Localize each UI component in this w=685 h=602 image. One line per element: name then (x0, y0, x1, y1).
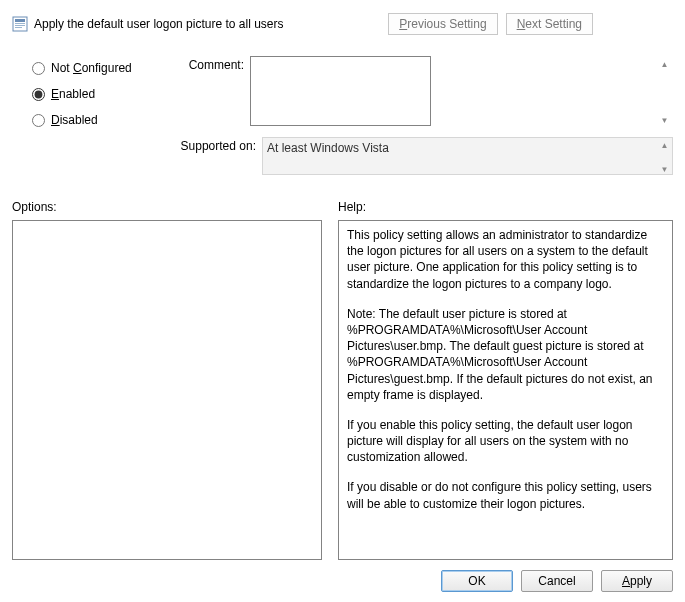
state-radio-group: Not Configured Enabled Disabled (12, 56, 172, 186)
svg-rect-3 (15, 25, 25, 26)
config-row: Not Configured Enabled Disabled Comment:… (12, 56, 673, 186)
right-column: Comment: ▲ ▼ Supported on: At least Wind… (172, 56, 673, 186)
lower-panels: Options: Help: This policy setting allow… (12, 200, 673, 560)
scroll-down-icon: ▼ (657, 113, 672, 128)
radio-enabled-label: Enabled (51, 87, 95, 101)
help-paragraph: This policy setting allows an administra… (347, 227, 664, 292)
comment-row: Comment: ▲ ▼ (172, 56, 673, 129)
radio-not-configured[interactable]: Not Configured (32, 56, 172, 80)
dialog-footer: OK Cancel Apply (441, 570, 673, 592)
help-paragraph: If you disable or do not configure this … (347, 479, 664, 511)
svg-rect-4 (15, 27, 22, 28)
help-column: Help: This policy setting allows an admi… (338, 200, 673, 560)
supported-label: Supported on: (172, 137, 262, 178)
options-label: Options: (12, 200, 322, 214)
svg-rect-1 (15, 19, 25, 22)
radio-not-configured-input[interactable] (32, 62, 45, 75)
policy-icon (12, 16, 28, 32)
apply-button[interactable]: Apply (601, 570, 673, 592)
nav-buttons: Previous Setting Next Setting (388, 13, 593, 35)
help-box[interactable]: This policy setting allows an administra… (338, 220, 673, 560)
scroll-up-icon: ▲ (657, 57, 672, 72)
policy-title: Apply the default user logon picture to … (34, 17, 388, 31)
previous-setting-button[interactable]: Previous Setting (388, 13, 497, 35)
help-paragraph: Note: The default user picture is stored… (347, 306, 664, 403)
next-setting-button[interactable]: Next Setting (506, 13, 593, 35)
help-label: Help: (338, 200, 673, 214)
supported-row: Supported on: At least Windows Vista ▲ ▼ (172, 137, 673, 178)
policy-dialog: Apply the default user logon picture to … (0, 0, 685, 602)
cancel-button[interactable]: Cancel (521, 570, 593, 592)
radio-disabled[interactable]: Disabled (32, 108, 172, 132)
comment-input[interactable] (250, 56, 431, 126)
supported-on-box: At least Windows Vista (262, 137, 673, 175)
header: Apply the default user logon picture to … (12, 10, 673, 38)
radio-disabled-label: Disabled (51, 113, 98, 127)
radio-enabled[interactable]: Enabled (32, 82, 172, 106)
radio-enabled-input[interactable] (32, 88, 45, 101)
help-paragraph: If you enable this policy setting, the d… (347, 417, 664, 466)
options-column: Options: (12, 200, 322, 560)
comment-label: Comment: (172, 56, 250, 129)
svg-rect-2 (15, 23, 25, 24)
radio-disabled-input[interactable] (32, 114, 45, 127)
radio-not-configured-label: Not Configured (51, 61, 132, 75)
options-box[interactable] (12, 220, 322, 560)
ok-button[interactable]: OK (441, 570, 513, 592)
